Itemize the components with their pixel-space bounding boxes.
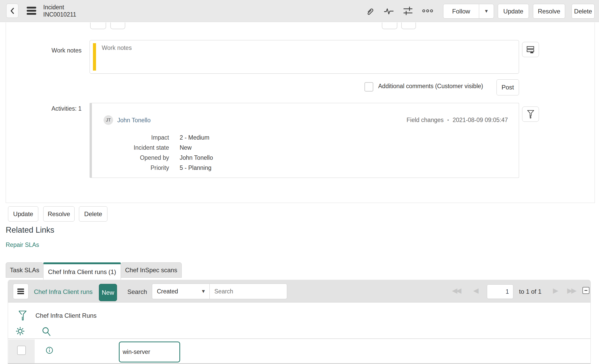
header-divider [8,338,590,339]
bullet-separator: • [447,117,449,123]
tab-chef-inspec-scans[interactable]: Chef InSpec scans [121,262,182,278]
incident-page: Incident INC0010211 Follow ▼ Update Reso… [0,0,599,364]
clipped-button[interactable] [401,22,416,29]
list-context-menu-button[interactable] [13,284,28,299]
activity-entry-card: JT John Tonello Field changes • 2021-08-… [90,103,519,178]
top-header-bar: Incident INC0010211 Follow ▼ Update Reso… [0,0,599,22]
field-change-label: Impact [92,134,169,141]
work-notes-input[interactable] [90,40,519,73]
resolve-button-footer[interactable]: Resolve [43,206,75,222]
field-change-row: Priority 5 - Planning [92,163,519,173]
attachment-paperclip-icon[interactable] [366,6,375,16]
clipped-button[interactable] [110,22,125,29]
update-button-header[interactable]: Update [498,4,529,19]
more-options-icon[interactable] [422,9,433,13]
collapse-list-button[interactable] [582,287,589,294]
page-number-input[interactable] [487,284,513,299]
caret-down-icon: ▼ [201,289,206,294]
funnel-icon [527,110,534,119]
follow-split-button: Follow ▼ [443,4,494,19]
personalize-sliders-icon[interactable] [403,6,413,16]
first-page-button[interactable]: ◀◀ [452,286,460,295]
record-preview-info-icon[interactable] [46,347,53,354]
related-links-heading: Related Links [6,225,54,235]
chef-infra-client-runs-list: Chef Infra Client runs New Search Create… [8,280,591,364]
work-notes-label: Work notes [6,47,82,54]
field-change-value: 2 - Medium [180,134,209,141]
activity-filter-button[interactable] [522,107,539,122]
avatar: JT [104,115,113,125]
clipped-button[interactable] [90,22,106,29]
activity-field-changes: Impact 2 - Medium Incident state New Ope… [92,133,519,173]
additional-comments-checkbox[interactable] [364,82,373,92]
row-node-name-cell-focused[interactable]: win-server [119,342,180,362]
clipped-button[interactable] [382,22,397,29]
resolve-button-header[interactable]: Resolve [533,4,565,19]
list-title[interactable]: Chef Infra Client runs [34,288,93,295]
list-search-magnifier-icon[interactable] [42,327,51,337]
row-node-name-value: win-server [123,348,150,355]
field-change-value: 5 - Planning [180,164,211,171]
list-personalize-gear-icon[interactable] [16,327,25,336]
caret-down-icon: ▼ [484,9,489,14]
field-change-row: Incident state New [92,143,519,153]
activity-stream-icon [526,46,535,54]
search-column-select[interactable]: Created ▼ [152,284,210,299]
activity-author: John Tonello [117,117,151,124]
field-change-value: New [180,144,192,151]
activity-timestamp: 2021-08-09 09:05:47 [452,117,508,124]
record-number-label: INC0010211 [43,11,76,18]
tab-chef-infra-client-runs[interactable]: Chef Infra Client runs (1) [43,262,121,280]
activity-type: Field changes [407,117,444,124]
search-label: Search [127,288,147,295]
delete-button-header[interactable]: Delete [572,4,595,19]
row-checkbox[interactable] [17,346,26,355]
repair-slas-link[interactable]: Repair SLAs [6,241,39,248]
back-button[interactable] [6,4,18,18]
field-change-row: Impact 2 - Medium [92,133,519,143]
activities-label: Activities: 1 [6,105,82,112]
delete-button-footer[interactable]: Delete [79,206,107,222]
chevron-left-icon [9,7,16,15]
activity-pulse-icon[interactable] [384,6,394,16]
field-change-label: Opened by [92,154,169,161]
tab-task-slas[interactable]: Task SLAs [6,262,43,278]
update-button-footer[interactable]: Update [8,206,38,222]
follow-button[interactable]: Follow [443,4,479,18]
field-change-label: Priority [92,164,169,171]
new-record-button[interactable]: New [99,284,117,301]
page-title: Incident INC0010211 [43,4,76,18]
list-breadcrumb-title[interactable]: Chef Infra Client Runs [35,312,97,319]
field-change-label: Incident state [92,144,169,151]
activity-meta: Field changes • 2021-08-09 09:05:47 [407,117,508,124]
pagination-range-text: to 1 of 1 [519,288,542,295]
previous-page-button[interactable]: ◀ [473,286,477,295]
follow-dropdown-button[interactable]: ▼ [479,4,494,18]
list-search-input[interactable] [210,284,287,299]
list-hamburger-icon [17,288,24,294]
list-filter-funnel-icon[interactable] [18,310,27,321]
incident-form-section: Work notes Additional comments (Customer… [6,22,595,203]
work-notes-highlight-bar [93,43,96,71]
next-page-button[interactable]: ▶ [553,286,557,295]
list-header-bar: Chef Infra Client runs New Search Create… [8,280,590,302]
menu-hamburger-icon[interactable] [27,6,36,16]
work-notes-field [90,40,519,74]
record-type-label: Incident [43,4,76,11]
minus-icon [585,290,587,291]
additional-comments-label: Additional comments (Customer visible) [378,83,483,90]
toggle-activity-stream-button[interactable] [522,42,539,57]
field-change-row: Opened by John Tonello [92,153,519,163]
post-button[interactable]: Post [496,79,519,95]
field-change-value: John Tonello [180,154,213,161]
last-page-button[interactable]: ▶▶ [567,286,575,295]
search-column-value: Created [157,288,178,295]
